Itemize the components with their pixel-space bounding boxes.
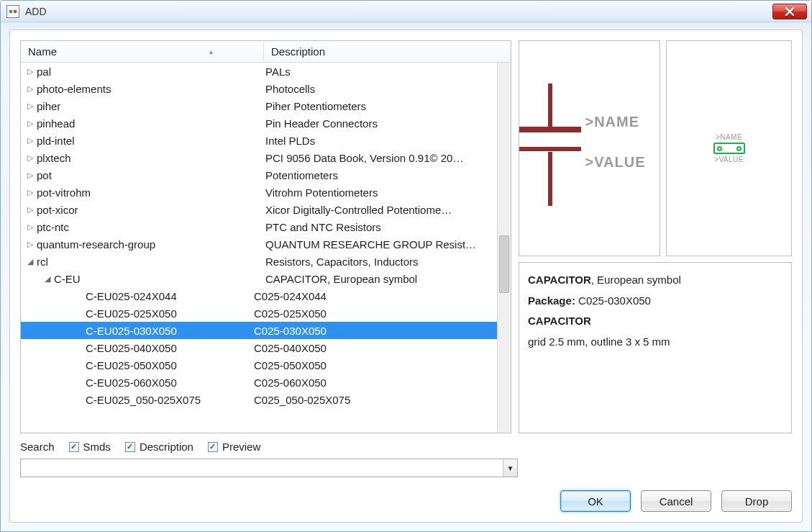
tree-item-name: pot-xicor	[37, 204, 265, 216]
tree-item-name: plxtech	[37, 152, 265, 164]
tree-branch[interactable]: ▷quantum-research-groupQUANTUM RESEARCHE…	[21, 235, 497, 253]
tree-item-description: Resistors, Capacitors, Inductors	[265, 256, 497, 268]
tree-body: ▷palPALs▷photo-elementsPhotocells▷piherP…	[21, 63, 511, 433]
info-package-line: Package: C025-030X050	[528, 291, 783, 312]
footprint-symbol: >NAME >VALUE	[713, 133, 745, 163]
checkbox-checked-icon: ✓	[125, 442, 135, 452]
library-tree[interactable]: Name ▴ Description ▷palPALs▷photo-elemen…	[20, 40, 511, 433]
arrow-collapsed-icon[interactable]: ▷	[25, 222, 35, 232]
tree-branch[interactable]: ▷photo-elementsPhotocells	[21, 80, 497, 97]
tree-item-name: pot	[37, 169, 265, 181]
search-options-row: Search ✓ Smds ✓ Description ✓ Preview	[20, 441, 792, 453]
tree-item-description: PTC and NTC Resistors	[265, 221, 497, 233]
info-type-name: CAPACITOR	[528, 274, 591, 286]
smds-checkbox[interactable]: ✓ Smds	[69, 441, 111, 453]
tree-branch[interactable]: ▷plxtechPCI 9056 Data Book, Version 0.91…	[21, 149, 497, 166]
arrow-collapsed-icon[interactable]: ▷	[25, 102, 35, 111]
tree-leaf[interactable]: C-EU025-024X044C025-024X044	[21, 287, 497, 305]
tree-leaf[interactable]: C-EU025-040X050C025-040X050	[21, 339, 497, 356]
info-panel: CAPACITOR, European symbol Package: C025…	[519, 262, 792, 433]
tree-item-description: C025-040X050	[254, 342, 497, 354]
tree-leaf[interactable]: C-EU025-060X050C025-060X050	[21, 374, 497, 391]
tree-branch[interactable]: ▷potPotentiometers	[21, 166, 497, 184]
right-column: >NAME >VALUE >NAME >VALU	[519, 40, 792, 433]
search-combobox[interactable]: ▼	[20, 459, 518, 477]
board-preview[interactable]: >NAME >VALUE	[666, 40, 792, 256]
sort-indicator-icon: ▴	[209, 48, 213, 55]
column-header-description-label: Description	[271, 45, 325, 58]
scrollbar-thumb[interactable]	[499, 235, 509, 293]
arrow-collapsed-icon[interactable]: ▷	[25, 240, 35, 249]
arrow-collapsed-icon[interactable]: ▷	[25, 136, 35, 145]
tree-branch[interactable]: ▷palPALs	[21, 63, 497, 80]
tree-item-description: Photocells	[265, 83, 497, 95]
column-header-description[interactable]: Description	[264, 42, 511, 60]
tree-item-description: Potentiometers	[265, 169, 497, 181]
preview-checkbox-label: Preview	[222, 441, 260, 453]
tree-branch[interactable]: ▷pinheadPin Header Connectors	[21, 114, 497, 132]
tree-item-name: C-EU025-025X050	[86, 307, 254, 320]
client-area: Name ▴ Description ▷palPALs▷photo-elemen…	[1, 22, 811, 531]
tree-leaf[interactable]: C-EU025_050-025X075C025_050-025X075	[21, 391, 497, 408]
footprint-value-placeholder: >VALUE	[713, 155, 745, 163]
tree-branch[interactable]: ▷pot-xicorXicor Digitally-Controlled Pot…	[21, 201, 497, 218]
tree-leaf[interactable]: C-EU025-025X050C025-025X050	[21, 305, 497, 322]
tree-item-name: C-EU025_050-025X075	[86, 394, 254, 406]
preview-checkbox[interactable]: ✓ Preview	[208, 441, 260, 453]
column-header-name[interactable]: Name ▴	[21, 42, 264, 60]
arrow-collapsed-icon[interactable]: ▷	[25, 171, 35, 180]
tree-item-description: Xicor Digitally-Controlled Potentiome…	[265, 204, 497, 216]
tree-branch[interactable]: ▷pld-intelIntel PLDs	[21, 132, 497, 149]
search-input[interactable]	[21, 459, 503, 477]
tree-header: Name ▴ Description	[21, 41, 511, 63]
arrow-expanded-icon[interactable]: ◢	[25, 257, 35, 266]
close-button[interactable]	[772, 4, 807, 19]
tree-item-name: photo-elements	[37, 83, 265, 95]
arrow-collapsed-icon[interactable]: ▷	[25, 119, 35, 128]
schematic-preview[interactable]: >NAME >VALUE	[519, 40, 660, 256]
tree-scrollbar[interactable]	[497, 63, 511, 433]
titlebar[interactable]: ADD	[1, 1, 811, 22]
arrow-collapsed-icon[interactable]: ▷	[25, 84, 35, 94]
info-detail: grid 2.5 mm, outline 3 x 5 mm	[528, 332, 783, 353]
tree-leaf[interactable]: C-EU025-050X050C025-050X050	[21, 356, 497, 374]
arrow-collapsed-icon[interactable]: ▷	[25, 153, 35, 163]
tree-branch[interactable]: ▷pot-vitrohmVitrohm Potentiometers	[21, 184, 497, 201]
arrow-expanded-icon[interactable]: ◢	[42, 274, 53, 284]
ok-button[interactable]: OK	[560, 490, 631, 512]
content-frame: Name ▴ Description ▷palPALs▷photo-elemen…	[9, 30, 803, 523]
tree-item-description: C025-025X050	[254, 307, 497, 320]
search-label: Search	[20, 441, 55, 453]
tree-item-name: C-EU	[54, 273, 265, 285]
description-checkbox[interactable]: ✓ Description	[125, 441, 193, 453]
tree-item-name: piher	[37, 100, 265, 112]
arrow-collapsed-icon[interactable]: ▷	[25, 205, 35, 215]
smds-checkbox-label: Smds	[83, 441, 111, 453]
dropdown-button[interactable]: ▼	[503, 459, 517, 477]
tree-item-description: CAPACITOR, European symbol	[265, 273, 497, 285]
arrow-collapsed-icon[interactable]: ▷	[25, 67, 35, 76]
tree-item-description: Piher Potentiometers	[265, 100, 497, 112]
tree-item-description: QUANTUM RESEARCHE GROUP Resist…	[265, 238, 497, 251]
search-combo-row: ▼	[20, 459, 518, 477]
tree-rows: ▷palPALs▷photo-elementsPhotocells▷piherP…	[21, 63, 497, 433]
pad-icon	[736, 146, 742, 151]
tree-branch[interactable]: ▷ptc-ntcPTC and NTC Resistors	[21, 218, 497, 235]
drop-button[interactable]: Drop	[721, 490, 792, 512]
info-package-label: Package:	[528, 294, 575, 307]
tree-item-name: pal	[37, 66, 265, 78]
checkbox-checked-icon: ✓	[69, 442, 79, 452]
tree-item-name: pot-vitrohm	[37, 186, 265, 199]
tree-branch[interactable]: ◢rclResistors, Capacitors, Inductors	[21, 253, 497, 270]
app-icon	[6, 5, 19, 18]
description-checkbox-label: Description	[140, 441, 193, 453]
column-header-name-label: Name	[28, 45, 57, 58]
tree-branch[interactable]: ◢C-EUCAPACITOR, European symbol	[21, 270, 497, 287]
cancel-button[interactable]: Cancel	[641, 490, 711, 512]
tree-item-name: C-EU025-024X044	[86, 290, 254, 302]
tree-branch[interactable]: ▷piherPiher Potentiometers	[21, 97, 497, 114]
tree-item-name: C-EU025-040X050	[86, 342, 254, 354]
tree-item-name: pinhead	[37, 117, 265, 130]
arrow-collapsed-icon[interactable]: ▷	[25, 188, 35, 197]
tree-leaf[interactable]: C-EU025-030X050C025-030X050	[21, 322, 497, 339]
